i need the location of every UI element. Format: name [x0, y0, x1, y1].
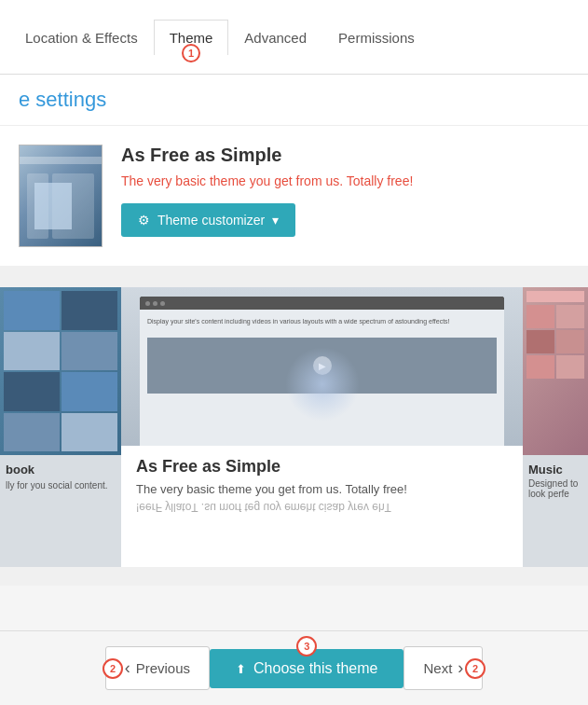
- nav-tabs: Location & Effects Theme 1 Advanced Perm…: [0, 0, 588, 75]
- tab-permissions[interactable]: Permissions: [322, 20, 431, 55]
- gallery-inner: book lly for you social content. Display…: [0, 287, 588, 567]
- arrow-left-icon: [125, 658, 130, 678]
- left-card-desc: lly for you social content.: [6, 480, 116, 491]
- center-card-info: As Free as Simple The very basic theme y…: [121, 446, 523, 567]
- tab-location-effects[interactable]: Location & Effects: [9, 20, 154, 55]
- footer-center-wrap: 3 Choose this theme: [210, 649, 403, 688]
- theme-info: As Free as Simple The very basic theme y…: [121, 145, 569, 237]
- chevron-down-icon: [272, 213, 279, 228]
- center-card-thumb: Display your site's content including vi…: [121, 287, 523, 446]
- badge-choose: 3: [296, 636, 317, 657]
- current-theme-section: As Free as Simple The very basic theme y…: [0, 126, 588, 269]
- arrow-right-icon: [458, 658, 463, 678]
- upload-icon: [236, 660, 246, 677]
- gallery-card-right[interactable]: Music Designed to look perfe: [523, 287, 588, 567]
- left-card-thumb: [0, 287, 121, 455]
- theme-gallery: book lly for you social content. Display…: [0, 269, 588, 586]
- badge-next: 2: [465, 658, 485, 679]
- tab-advanced[interactable]: Advanced: [228, 20, 322, 55]
- theme-thumbnail: [19, 145, 103, 247]
- center-card-flipped-text: !eerF yllatoT .su morf teg uoy emeht cis…: [136, 502, 391, 513]
- tab-badge-theme: 1: [182, 44, 200, 62]
- current-theme-title: As Free as Simple: [121, 145, 569, 166]
- badge-prev: 2: [103, 658, 123, 679]
- left-card-title: book: [6, 463, 116, 477]
- left-card-info: book lly for you social content.: [0, 455, 121, 498]
- gallery-card-center[interactable]: Display your site's content including vi…: [121, 287, 523, 567]
- right-card-thumb: [523, 287, 588, 455]
- settings-header: e settings: [0, 75, 588, 126]
- right-card-info: Music Designed to look perfe: [523, 455, 588, 506]
- center-card-title: As Free as Simple: [136, 457, 508, 477]
- theme-customizer-button[interactable]: Theme customizer: [121, 203, 295, 237]
- browser-mockup: Display your site's content including vi…: [140, 297, 504, 446]
- current-theme-desc: The very basic theme you get from us. To…: [121, 173, 569, 188]
- footer-nav: 2 Previous 3 Choose this theme Next 2: [0, 630, 588, 705]
- gallery-card-left[interactable]: book lly for you social content.: [0, 287, 121, 567]
- gear-icon: [138, 213, 150, 228]
- right-card-desc: Designed to look perfe: [528, 478, 582, 499]
- browser-video: ▶: [147, 338, 497, 394]
- settings-title: e settings: [19, 88, 569, 112]
- center-card-desc: The very basic theme you get from us. To…: [136, 482, 508, 496]
- browser-text: Display your site's content including vi…: [147, 317, 497, 325]
- tab-theme[interactable]: Theme 1: [154, 20, 229, 55]
- right-card-title: Music: [528, 463, 582, 477]
